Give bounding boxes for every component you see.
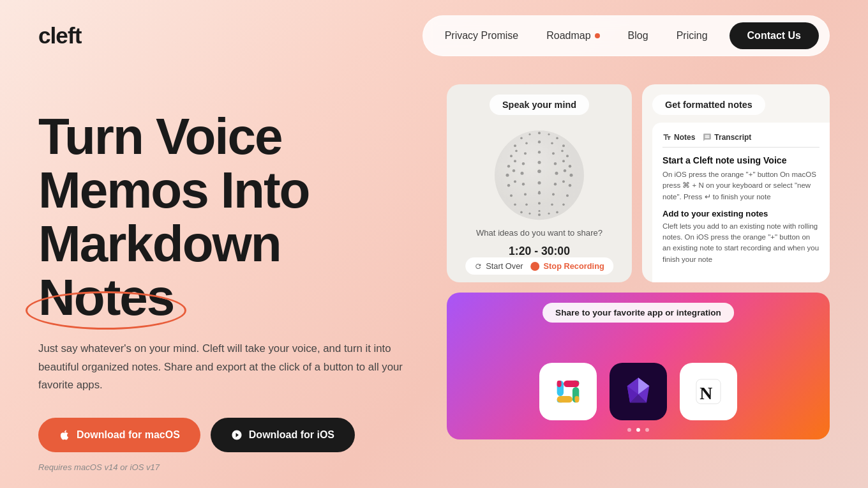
hero-title: Turn Voice Memos Into Markdown Notes <box>38 110 421 324</box>
hero-buttons: Download for macOS Download for iOS <box>38 418 421 452</box>
svg-point-11 <box>566 155 569 157</box>
svg-point-51 <box>538 213 541 216</box>
svg-point-6 <box>562 144 565 147</box>
speak-card-label: Speak your mind <box>490 95 589 115</box>
share-card: Share to your favorite app or integratio… <box>447 293 830 439</box>
svg-point-47 <box>551 203 553 206</box>
svg-point-55 <box>539 151 541 153</box>
svg-point-4 <box>556 137 558 139</box>
logo: cleft <box>38 23 81 49</box>
text-icon <box>662 133 671 142</box>
svg-point-53 <box>529 213 531 215</box>
svg-point-16 <box>561 149 564 152</box>
svg-point-22 <box>522 162 525 165</box>
dot-2-active <box>636 428 640 432</box>
notes-para-2: Cleft lets you add to an existing note w… <box>662 221 819 265</box>
share-card-label: Share to your favorite app or integratio… <box>542 303 734 323</box>
svg-point-56 <box>539 171 541 172</box>
slack-app-icon <box>539 363 597 420</box>
notion-app-icon: N <box>680 363 737 420</box>
start-over-button[interactable]: Start Over <box>474 261 523 271</box>
speak-card: Speak your mind <box>447 84 632 282</box>
speak-controls: Start Over Stop Recording <box>465 257 613 275</box>
svg-point-57 <box>539 191 541 193</box>
carousel-dots <box>627 428 649 432</box>
svg-point-42 <box>552 193 555 195</box>
svg-point-32 <box>569 184 571 187</box>
svg-point-10 <box>525 142 528 144</box>
svg-point-43 <box>524 193 527 195</box>
svg-rect-66 <box>557 381 562 387</box>
notes-tabs: Notes Transcript <box>662 133 819 148</box>
svg-point-25 <box>570 174 573 177</box>
notes-body: Start a Cleft note using Voice On iOS pr… <box>662 155 819 265</box>
svg-point-44 <box>562 203 565 206</box>
svg-point-46 <box>538 202 541 204</box>
svg-point-9 <box>551 142 553 144</box>
svg-point-14 <box>552 152 555 155</box>
svg-point-15 <box>524 152 527 155</box>
svg-point-3 <box>529 133 531 135</box>
svg-point-49 <box>556 211 558 213</box>
svg-point-7 <box>514 144 516 147</box>
svg-point-50 <box>520 211 523 213</box>
transcript-icon <box>703 133 712 142</box>
svg-point-24 <box>514 160 516 162</box>
svg-point-21 <box>554 162 557 165</box>
hero-description: Just say whatever's on your mind. Cleft … <box>38 340 408 395</box>
slack-logo <box>551 375 585 408</box>
share-apps: N <box>539 363 737 420</box>
cards-section: Speak your mind <box>447 84 830 439</box>
contact-button[interactable]: Contact Us <box>730 22 819 49</box>
svg-point-58 <box>539 210 541 212</box>
svg-point-29 <box>521 172 524 175</box>
svg-point-35 <box>554 183 557 185</box>
svg-rect-65 <box>564 381 579 387</box>
svg-point-28 <box>555 172 558 175</box>
svg-point-39 <box>566 194 569 197</box>
nav-pricing[interactable]: Pricing <box>665 25 719 47</box>
stop-recording-button[interactable]: Stop Recording <box>531 261 604 271</box>
svg-point-20 <box>538 161 541 164</box>
svg-text:N: N <box>700 383 712 403</box>
svg-point-30 <box>564 169 566 172</box>
obsidian-app-icon <box>610 363 667 420</box>
sphere-visualization <box>488 124 590 226</box>
obsidian-logo <box>622 375 655 408</box>
download-macos-button[interactable]: Download for macOS <box>38 418 200 452</box>
notes-para-1: On iOS press the orange "+" button On ma… <box>662 169 819 202</box>
svg-point-17 <box>515 149 518 152</box>
notes-inner: Notes Transcript Start a Cleft note usin… <box>652 123 830 282</box>
hero-section: Turn Voice Memos Into Markdown Notes Jus… <box>38 84 421 472</box>
dot-1 <box>627 428 631 432</box>
svg-point-31 <box>513 169 515 172</box>
svg-point-33 <box>507 184 510 187</box>
nav-links: Privacy Promise Roadmap Blog Pricing Con… <box>423 15 830 56</box>
speak-timer: 1:20 - 30:00 <box>509 245 570 258</box>
download-ios-button[interactable]: Download for iOS <box>211 418 355 452</box>
svg-point-45 <box>514 203 516 206</box>
notes-heading-2: Add to your existing notes <box>662 209 819 218</box>
ios-icon <box>231 429 243 441</box>
svg-point-40 <box>510 194 513 197</box>
apple-icon <box>59 429 70 441</box>
svg-point-54 <box>539 132 541 134</box>
svg-point-26 <box>506 174 509 177</box>
main-content: Turn Voice Memos Into Markdown Notes Jus… <box>0 72 868 472</box>
notes-card-label: Get formatted notes <box>652 95 765 115</box>
svg-point-18 <box>569 165 571 167</box>
tab-transcript[interactable]: Transcript <box>703 133 751 142</box>
nav-roadmap[interactable]: Roadmap <box>535 25 611 47</box>
svg-point-38 <box>514 180 516 183</box>
svg-point-8 <box>538 141 541 143</box>
speak-question: What ideas do you want to share? <box>476 228 602 238</box>
dot-3 <box>645 428 649 432</box>
nav-privacy[interactable]: Privacy Promise <box>433 25 530 47</box>
navbar: cleft Privacy Promise Roadmap Blog Prici… <box>0 0 868 72</box>
svg-point-19 <box>507 165 510 167</box>
cards-top-row: Speak your mind <box>447 84 830 282</box>
tab-notes[interactable]: Notes <box>662 133 695 142</box>
svg-point-52 <box>548 213 550 215</box>
svg-point-5 <box>520 137 523 139</box>
nav-blog[interactable]: Blog <box>617 25 660 47</box>
